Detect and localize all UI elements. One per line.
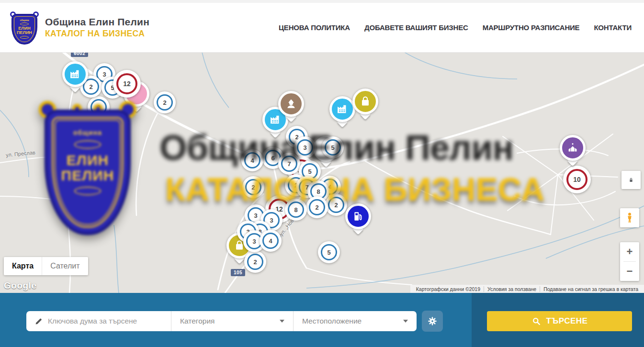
attribution-report-link[interactable]: Подаване на сигнал за грешка в картата (543, 286, 638, 292)
site-subtitle: КАТАЛОГ НА БИЗНЕСА (45, 29, 149, 39)
attribution-copyright: Картографски данни ©2019 (413, 286, 484, 292)
cluster-count: 2 (309, 199, 325, 215)
church-icon (560, 135, 586, 161)
cluster-marker[interactable]: 8 (285, 199, 307, 221)
cluster-count: 5 (325, 139, 341, 156)
search-button-label: ТЪРСЕНЕ (546, 316, 588, 326)
bag-pin-marker[interactable] (352, 89, 378, 114)
nav-contacts[interactable]: КОНТАКТИ (594, 23, 632, 32)
cluster-marker[interactable]: 2 (242, 176, 264, 198)
search-button[interactable]: ТЪРСЕНЕ (487, 311, 632, 331)
map-type-satellite-button[interactable]: Сателит (42, 257, 88, 275)
cluster-marker[interactable]: 5 (318, 241, 340, 263)
factory-pin-marker[interactable] (329, 96, 355, 122)
cluster-count: 5 (321, 244, 337, 260)
road-label: 105 (231, 269, 245, 276)
cluster-marker[interactable]: 4 (260, 230, 282, 252)
nav-route-schedule[interactable]: МАРШРУТНО РАЗПИСАНИЕ (483, 23, 580, 32)
main-nav: ЦЕНОВА ПОЛИТИКА ДОБАВЕТЕ ВАШИЯТ БИЗНЕС М… (279, 23, 632, 32)
church-pin-marker[interactable] (560, 135, 586, 161)
nav-pricing[interactable]: ЦЕНОВА ПОЛИТИКА (279, 23, 350, 32)
fuel-pin-marker[interactable] (345, 203, 371, 229)
magnifier-icon (531, 316, 541, 326)
cluster-marker[interactable]: 5 (322, 136, 344, 158)
lock-icon (627, 176, 635, 184)
header: община ЕЛИН ПЕЛИН Община Елин Пелин КАТА… (0, 0, 644, 53)
bag-icon (352, 89, 378, 114)
cluster-count: 3 (297, 139, 313, 156)
cluster-count: 4 (262, 233, 279, 249)
cluster-count: 2 (328, 197, 344, 213)
factory-pin-marker[interactable] (62, 61, 88, 87)
cluster-marker[interactable]: 12 (113, 70, 141, 98)
pencil-icon (34, 317, 43, 326)
cluster-marker[interactable]: 7 (278, 153, 300, 175)
cluster-count: 2 (247, 254, 263, 270)
cluster-marker[interactable]: 2 (325, 194, 347, 216)
factory-icon (329, 96, 355, 122)
fullscreen-lock-button[interactable] (621, 171, 641, 189)
keyword-field-wrap (26, 311, 171, 331)
street-view-pegman-button[interactable] (620, 208, 639, 227)
map-type-control: Карта Сателит (4, 257, 88, 275)
category-select-label: Категория (180, 317, 215, 325)
cluster-marker[interactable]: 2 (88, 96, 110, 118)
attribution-terms-link[interactable]: Условия за ползване (487, 286, 536, 292)
search-panel: Категория Местоположение (26, 311, 417, 331)
municipality-logo: община ЕЛИН ПЕЛИН (11, 12, 38, 44)
map-canvas[interactable]: 6002 105 бул. „Новосел ул. Преслав 23251… (0, 53, 644, 293)
cluster-count: 12 (116, 73, 137, 94)
cluster-marker[interactable]: 3 (294, 136, 316, 158)
zoom-in-button[interactable]: + (620, 242, 639, 261)
brand-home-link[interactable]: община ЕЛИН ПЕЛИН Община Елин Пелин КАТА… (11, 12, 149, 44)
gear-icon (427, 316, 438, 326)
cluster-count: 7 (281, 156, 297, 172)
emblem-ornament (20, 22, 29, 25)
road-label: 6002 (71, 53, 88, 57)
cluster-marker[interactable]: 2 (244, 251, 266, 273)
emblem-text: община (20, 19, 29, 22)
cluster-count: 2 (90, 99, 107, 115)
advanced-settings-button[interactable] (422, 311, 443, 332)
cluster-count: 4 (244, 152, 260, 168)
chevron-down-icon (403, 320, 408, 323)
chevron-down-icon (280, 320, 284, 323)
worker-icon (278, 91, 304, 117)
emblem-ornament (20, 36, 29, 39)
cluster-marker[interactable]: 2 (154, 91, 176, 113)
location-select[interactable]: Местоположение (294, 311, 417, 331)
cluster-count: 2 (157, 94, 173, 111)
cluster-marker[interactable]: 10 (563, 166, 591, 193)
cluster-count: 10 (566, 169, 588, 190)
map-type-map-button[interactable]: Карта (4, 257, 42, 275)
pegman-icon (623, 212, 636, 224)
cluster-count: 8 (288, 201, 304, 218)
worker-pin-marker[interactable] (278, 91, 304, 117)
site-title: Община Елин Пелин (45, 16, 149, 28)
emblem-shield: община ЕЛИН ПЕЛИН (12, 15, 36, 44)
fuel-icon (345, 203, 371, 229)
cluster-marker[interactable]: 2 (306, 196, 328, 218)
map-attribution: Картографски данни ©2019 Условия за полз… (410, 285, 644, 293)
cluster-marker[interactable]: 4 (241, 149, 263, 171)
page: община ЕЛИН ПЕЛИН Община Елин Пелин КАТА… (0, 0, 644, 347)
emblem-text: ЕЛИН (18, 26, 30, 31)
keyword-search-input[interactable] (48, 317, 171, 325)
emblem-text: ПЕЛИН (17, 31, 32, 35)
nav-add-business[interactable]: ДОБАВЕТЕ ВАШИЯТ БИЗНЕС (364, 23, 468, 32)
cluster-count: 2 (245, 179, 261, 195)
search-bar: Категория Местоположение ТЪРСЕНЕ (0, 293, 644, 347)
zoom-out-button[interactable]: − (620, 262, 639, 281)
brand-text: Община Елин Пелин КАТАЛОГ НА БИЗНЕСА (45, 16, 149, 39)
location-select-label: Местоположение (302, 317, 362, 325)
google-logo[interactable]: Google (4, 280, 36, 291)
factory-icon (62, 61, 88, 87)
zoom-control: + − (620, 242, 639, 281)
category-select[interactable]: Категория (171, 311, 294, 331)
